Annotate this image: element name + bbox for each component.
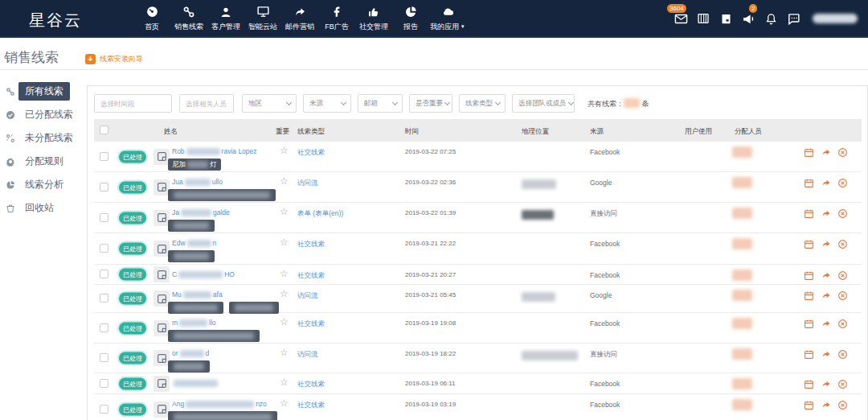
- row-checkbox[interactable]: [100, 379, 108, 388]
- lead-type-link[interactable]: 社交线索: [297, 319, 325, 329]
- note-icon[interactable]: [154, 290, 170, 307]
- calendar-icon[interactable]: [804, 208, 814, 219]
- chat-icon[interactable]: [786, 11, 800, 26]
- star-icon[interactable]: ☆: [280, 288, 289, 299]
- calendar-icon[interactable]: [804, 400, 814, 410]
- select-all-checkbox[interactable]: [100, 126, 108, 134]
- sidebar-item-lead-analysis[interactable]: 线索分析: [0, 173, 88, 196]
- lead-type-link[interactable]: 访问流: [297, 179, 318, 188]
- calendar-icon[interactable]: [804, 178, 814, 188]
- lead-type-link[interactable]: 访问流: [297, 350, 318, 360]
- lead-name-link[interactable]: CHO: [172, 270, 235, 278]
- forward-icon[interactable]: [821, 400, 831, 410]
- related-person-input[interactable]: [179, 94, 234, 113]
- nav-item-smart-site[interactable]: 智能云站: [244, 5, 281, 32]
- username-redacted[interactable]: [813, 14, 858, 23]
- email-select[interactable]: 邮箱: [358, 94, 403, 113]
- close-circle-icon[interactable]: [837, 379, 848, 389]
- nav-item-reports[interactable]: 报告: [392, 5, 429, 32]
- lead-name-link[interactable]: Juaullo: [172, 178, 281, 201]
- lead-type-link[interactable]: 社交线索: [297, 271, 325, 281]
- calendar-icon[interactable]: [804, 379, 814, 389]
- note-icon[interactable]: [154, 401, 170, 418]
- nav-item-my-apps[interactable]: 我的应用 ▼: [429, 5, 466, 32]
- archive-icon[interactable]: [719, 11, 733, 26]
- star-icon[interactable]: ☆: [280, 175, 289, 187]
- star-icon[interactable]: ☆: [280, 316, 289, 327]
- row-checkbox[interactable]: [100, 244, 108, 253]
- row-checkbox[interactable]: [100, 270, 108, 278]
- forward-icon[interactable]: [821, 270, 831, 281]
- note-icon[interactable]: [154, 149, 170, 165]
- calendar-icon[interactable]: [804, 239, 814, 249]
- lead-type-select[interactable]: 线索类型: [459, 94, 506, 113]
- important-select[interactable]: 是否重要: [409, 94, 452, 113]
- lead-name-link[interactable]: ord: [172, 349, 215, 373]
- lead-name-link[interactable]: Angnzo: [172, 400, 283, 420]
- nav-item-social[interactable]: 社交管理: [355, 5, 392, 32]
- close-circle-icon[interactable]: [837, 270, 848, 281]
- note-icon[interactable]: [154, 266, 170, 282]
- lead-type-link[interactable]: 表单 (表单(en)): [297, 209, 343, 219]
- lead-type-link[interactable]: 访问流: [297, 291, 318, 301]
- row-checkbox[interactable]: [100, 213, 108, 222]
- forward-icon[interactable]: [821, 147, 831, 158]
- close-circle-icon[interactable]: [837, 400, 848, 410]
- star-icon[interactable]: ☆: [280, 237, 289, 248]
- bell-icon[interactable]: [764, 11, 778, 26]
- note-icon[interactable]: [154, 376, 170, 392]
- ledger-icon[interactable]: [696, 11, 710, 26]
- lead-name-link[interactable]: [172, 379, 219, 387]
- calendar-icon[interactable]: [804, 290, 814, 301]
- forward-icon[interactable]: [821, 208, 831, 219]
- sidebar-item-recycle-bin[interactable]: 回收站: [0, 196, 88, 220]
- star-icon[interactable]: ☆: [280, 145, 289, 156]
- close-circle-icon[interactable]: [837, 208, 848, 219]
- team-member-select[interactable]: 选择团队或成员: [512, 94, 575, 113]
- forward-icon[interactable]: [821, 290, 831, 301]
- lead-type-link[interactable]: 社交线索: [297, 240, 325, 249]
- star-icon[interactable]: ☆: [280, 347, 289, 358]
- region-select[interactable]: 地区: [242, 94, 297, 113]
- calendar-icon[interactable]: [804, 349, 814, 360]
- row-checkbox[interactable]: [100, 183, 108, 191]
- calendar-icon[interactable]: [804, 147, 814, 158]
- star-icon[interactable]: ☆: [280, 268, 289, 279]
- row-checkbox[interactable]: [100, 353, 108, 362]
- time-range-input[interactable]: [94, 94, 172, 113]
- forward-icon[interactable]: [821, 349, 831, 360]
- lead-name-link[interactable]: Jagalde: [172, 208, 230, 232]
- calendar-icon[interactable]: [804, 319, 814, 329]
- forward-icon[interactable]: [821, 178, 831, 188]
- nav-item-customers[interactable]: 客户管理: [207, 5, 244, 32]
- mail-icon[interactable]: 3604: [674, 11, 688, 26]
- lead-name-link[interactable]: mllo: [172, 319, 265, 342]
- close-circle-icon[interactable]: [837, 239, 848, 249]
- star-icon[interactable]: ☆: [280, 206, 289, 217]
- star-icon[interactable]: ☆: [280, 397, 289, 409]
- close-circle-icon[interactable]: [837, 290, 848, 301]
- note-icon[interactable]: [154, 210, 170, 226]
- close-circle-icon[interactable]: [837, 349, 848, 360]
- lead-name-link[interactable]: Robravia Lopez 尼加灯: [172, 147, 257, 171]
- forward-icon[interactable]: [821, 379, 831, 389]
- lead-name-link[interactable]: Muafa: [172, 290, 285, 314]
- note-icon[interactable]: [154, 241, 170, 257]
- row-checkbox[interactable]: [100, 294, 108, 303]
- note-icon[interactable]: [154, 320, 170, 336]
- calendar-icon[interactable]: [804, 270, 814, 281]
- close-circle-icon[interactable]: [837, 178, 848, 188]
- note-icon[interactable]: [154, 179, 170, 196]
- nav-item-sales-leads[interactable]: 销售线索: [170, 5, 207, 32]
- forward-icon[interactable]: [821, 239, 831, 249]
- nav-item-home[interactable]: 首页: [133, 5, 170, 32]
- sidebar-item-unassigned-leads[interactable]: 未分配线索: [0, 126, 88, 150]
- lead-type-link[interactable]: 社交线索: [297, 148, 325, 158]
- lead-type-link[interactable]: 社交线索: [297, 401, 325, 410]
- close-circle-icon[interactable]: [837, 147, 848, 158]
- note-icon[interactable]: [154, 350, 170, 366]
- nav-item-fb-ads[interactable]: FB广告: [318, 5, 355, 32]
- row-checkbox[interactable]: [100, 152, 108, 161]
- close-circle-icon[interactable]: [837, 319, 848, 329]
- row-checkbox[interactable]: [100, 323, 108, 332]
